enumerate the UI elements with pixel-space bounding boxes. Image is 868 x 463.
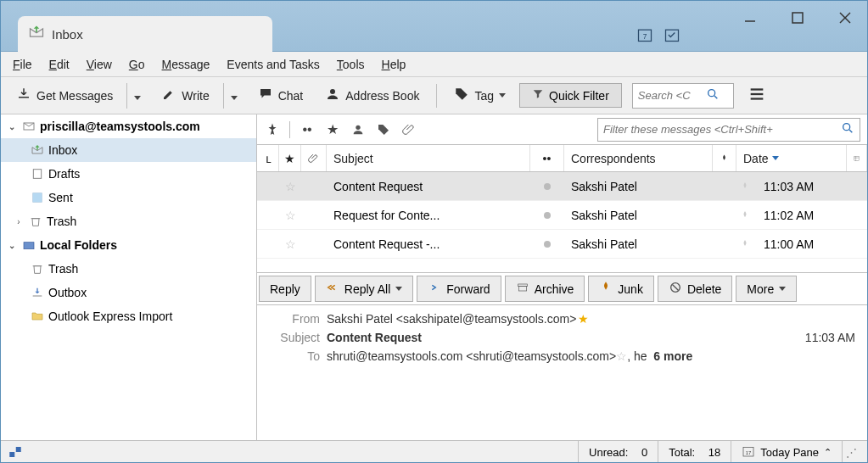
- to-value[interactable]: shruti@teamsystools.com <shruti@teamsyst…: [327, 349, 616, 363]
- collapse-icon[interactable]: ⌄: [6, 241, 18, 250]
- menu-tools[interactable]: Tools: [330, 55, 372, 74]
- write-dropdown[interactable]: [223, 83, 244, 109]
- delete-button[interactable]: Delete: [658, 276, 732, 302]
- folder-label: Trash: [47, 215, 76, 228]
- attachment-filter-icon[interactable]: [400, 121, 417, 138]
- folder-inbox[interactable]: Inbox: [1, 138, 256, 162]
- app-tab[interactable]: Inbox: [18, 16, 272, 52]
- col-correspondents[interactable]: Correspondents: [564, 145, 713, 171]
- maximize-button[interactable]: [781, 4, 815, 31]
- total-status: Total: 18: [658, 441, 731, 463]
- col-attachment[interactable]: [301, 145, 327, 171]
- svg-rect-23: [518, 284, 527, 287]
- more-button[interactable]: More: [736, 276, 797, 302]
- col-star[interactable]: ★: [279, 145, 301, 171]
- inbox-icon: [28, 24, 45, 44]
- archive-button[interactable]: Archive: [505, 276, 585, 302]
- message-list[interactable]: ☆Content RequestSakshi Patel11:03 AM☆Req…: [257, 172, 867, 272]
- reply-button[interactable]: Reply: [259, 276, 311, 302]
- resize-grip[interactable]: ⋰: [842, 441, 860, 463]
- account-row[interactable]: ⌄ priscilla@teamsystools.com: [1, 114, 256, 138]
- calendar-icon[interactable]: 7: [636, 26, 653, 43]
- junk-button[interactable]: Junk: [588, 276, 654, 302]
- filter-search-input[interactable]: [603, 123, 841, 136]
- contact-filter-icon[interactable]: [350, 121, 367, 138]
- message-time: 11:03 AM: [805, 331, 855, 344]
- message-row[interactable]: ☆Content RequestSakshi Patel11:03 AM: [257, 172, 867, 201]
- menu-file[interactable]: File: [6, 55, 39, 74]
- chat-button[interactable]: Chat: [249, 83, 312, 108]
- menu-help[interactable]: Help: [375, 55, 413, 74]
- get-messages-button[interactable]: Get Messages: [8, 83, 121, 108]
- svg-point-17: [356, 125, 360, 129]
- global-search[interactable]: [632, 83, 734, 109]
- message-row[interactable]: ☆Content Request -...Sakshi Patel11:00 A…: [257, 230, 867, 259]
- menu-go[interactable]: Go: [122, 55, 152, 74]
- tasks-icon[interactable]: [664, 26, 680, 43]
- tag-button[interactable]: Tag: [445, 83, 514, 108]
- folder-local-trash[interactable]: Trash: [1, 257, 256, 281]
- minimize-button[interactable]: [733, 4, 767, 31]
- col-thread[interactable]: ւ: [257, 145, 279, 171]
- unread-filter-icon[interactable]: ••: [299, 121, 316, 138]
- star-icon[interactable]: ★: [578, 312, 589, 326]
- starred-filter-icon[interactable]: ★: [324, 121, 341, 138]
- local-folders-row[interactable]: ⌄ Local Folders: [1, 233, 256, 257]
- reply-all-button[interactable]: Reply All: [315, 276, 413, 302]
- star-icon[interactable]: ☆: [279, 230, 301, 258]
- toolbar: Get Messages Write Chat Address Book Tag…: [1, 77, 867, 114]
- col-read[interactable]: ••: [530, 145, 564, 171]
- chevron-up-icon: ⌃: [824, 447, 832, 458]
- folder-outlook-import[interactable]: Outlook Express Import: [1, 304, 256, 328]
- get-messages-dropdown[interactable]: [126, 83, 148, 109]
- folder-trash[interactable]: › Trash: [1, 209, 256, 233]
- col-junk[interactable]: [713, 145, 736, 171]
- message-row[interactable]: ☆Request for Conte...Sakshi Patel11:02 A…: [257, 201, 867, 230]
- tag-filter-icon[interactable]: [375, 121, 392, 138]
- from-value[interactable]: Sakshi Patel <sakshipatel@teamsystools.c…: [327, 312, 576, 326]
- col-subject[interactable]: Subject: [327, 145, 530, 171]
- statusbar: Unread: 0 Total: 18 17 Today Pane ⌃ ⋰: [1, 440, 867, 463]
- activity-icon[interactable]: [8, 444, 25, 461]
- star-outline-icon[interactable]: ☆: [616, 349, 627, 363]
- svg-point-7: [330, 89, 335, 94]
- filter-search[interactable]: [597, 118, 860, 142]
- read-dot[interactable]: [530, 230, 564, 258]
- address-book-button[interactable]: Address Book: [316, 83, 428, 108]
- preview-headers: From Sakshi Patel <sakshipatel@teamsysto…: [257, 305, 867, 373]
- menu-edit[interactable]: Edit: [42, 55, 76, 74]
- write-button[interactable]: Write: [153, 83, 217, 108]
- menu-message[interactable]: Message: [155, 55, 217, 74]
- forward-button[interactable]: Forward: [417, 276, 501, 302]
- folder-outbox[interactable]: Outbox: [1, 281, 256, 304]
- more-recipients[interactable]: 6 more: [653, 349, 692, 363]
- folder-sent[interactable]: Sent: [1, 186, 256, 209]
- read-dot[interactable]: [530, 172, 564, 200]
- unread-status: Unread: 0: [578, 441, 658, 463]
- star-icon[interactable]: ☆: [279, 201, 301, 229]
- col-picker[interactable]: [847, 145, 867, 171]
- junk-icon[interactable]: [733, 230, 757, 258]
- col-date[interactable]: Date: [736, 145, 847, 171]
- collapse-icon[interactable]: ⌄: [6, 122, 18, 131]
- to-suffix: , he: [627, 349, 647, 363]
- read-dot[interactable]: [530, 201, 564, 229]
- svg-rect-16: [24, 243, 34, 249]
- quick-filter-button[interactable]: Quick Filter: [519, 83, 622, 108]
- expand-icon[interactable]: ›: [13, 217, 25, 226]
- svg-rect-24: [518, 287, 526, 291]
- menu-view[interactable]: View: [80, 55, 119, 74]
- global-search-input[interactable]: [638, 89, 706, 102]
- app-menu-button[interactable]: [748, 85, 766, 107]
- menu-events[interactable]: Events and Tasks: [220, 55, 326, 74]
- svg-rect-28: [16, 447, 21, 452]
- close-button[interactable]: [828, 4, 862, 31]
- today-pane-toggle[interactable]: 17 Today Pane ⌃: [731, 441, 842, 463]
- address-book-label: Address Book: [345, 89, 419, 103]
- junk-icon[interactable]: [733, 172, 757, 200]
- folder-drafts[interactable]: Drafts: [1, 162, 256, 186]
- message-subject: Request for Conte...: [327, 201, 530, 229]
- star-icon[interactable]: ☆: [279, 172, 301, 200]
- junk-icon[interactable]: [733, 201, 757, 229]
- pin-icon[interactable]: [264, 121, 281, 138]
